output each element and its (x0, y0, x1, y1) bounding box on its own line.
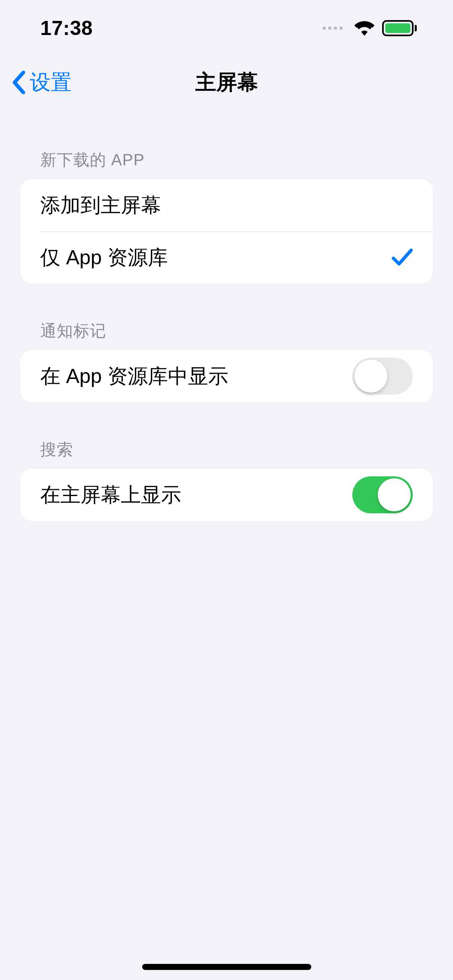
option-label: 仅 App 资源库 (40, 244, 168, 271)
section-notification-badges: 通知标记 在 App 资源库中显示 (20, 320, 433, 402)
page-title: 主屏幕 (195, 68, 258, 97)
status-icons (323, 20, 417, 36)
home-indicator[interactable] (142, 964, 311, 970)
toggle-show-on-home[interactable] (352, 476, 413, 513)
nav-bar: 设置 主屏幕 (0, 56, 453, 109)
toggle-show-in-app-library[interactable] (352, 358, 413, 395)
row-label: 在 App 资源库中显示 (40, 363, 228, 390)
status-time: 17:38 (40, 16, 93, 40)
group-search: 在主屏幕上显示 (20, 469, 433, 521)
battery-icon (382, 20, 417, 36)
checkmark-icon (392, 248, 413, 267)
section-newly-downloaded: 新下载的 APP 添加到主屏幕 仅 App 资源库 (20, 149, 433, 284)
option-app-library-only[interactable]: 仅 App 资源库 (20, 231, 433, 284)
status-bar: 17:38 (0, 0, 453, 56)
option-label: 添加到主屏幕 (40, 192, 161, 219)
row-show-on-home: 在主屏幕上显示 (20, 469, 433, 521)
wifi-icon (354, 21, 375, 36)
cellular-dots-icon (323, 27, 343, 30)
option-add-to-home[interactable]: 添加到主屏幕 (20, 179, 433, 231)
chevron-left-icon (11, 71, 26, 94)
row-show-in-app-library: 在 App 资源库中显示 (20, 350, 433, 402)
section-header-notification-badges: 通知标记 (20, 320, 433, 342)
group-notification-badges: 在 App 资源库中显示 (20, 350, 433, 402)
back-button[interactable]: 设置 (11, 68, 72, 97)
row-label: 在主屏幕上显示 (40, 482, 181, 509)
group-newly-downloaded: 添加到主屏幕 仅 App 资源库 (20, 179, 433, 284)
section-header-newly-downloaded: 新下载的 APP (20, 149, 433, 171)
section-header-search: 搜索 (20, 439, 433, 461)
back-label: 设置 (30, 68, 72, 97)
section-search: 搜索 在主屏幕上显示 (20, 439, 433, 521)
